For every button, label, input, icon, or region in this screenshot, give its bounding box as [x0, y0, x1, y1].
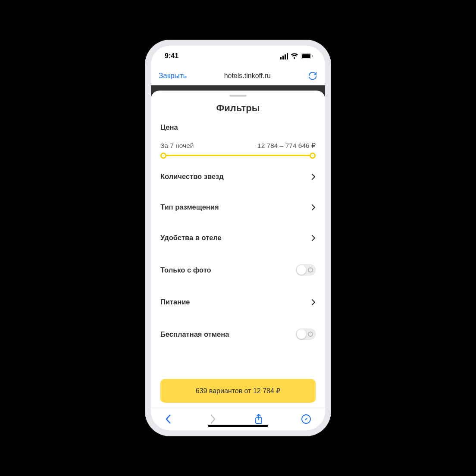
chevron-right-icon: [311, 299, 316, 306]
status-time: 9:41: [165, 52, 178, 60]
price-slider[interactable]: [160, 155, 316, 156]
only-photo-toggle[interactable]: [296, 264, 316, 276]
svg-rect-2: [312, 55, 313, 57]
cta-wrap: 639 вариантов от 12 784 ₽: [151, 377, 325, 407]
share-button[interactable]: [254, 414, 263, 424]
filter-label: Количество звезд: [160, 172, 224, 181]
filter-only-photo: Только с фото: [160, 253, 316, 287]
filter-stars[interactable]: Количество звезд: [160, 161, 316, 192]
filter-label: Бесплатная отмена: [160, 330, 229, 338]
reload-button[interactable]: [308, 71, 317, 81]
show-results-button[interactable]: 639 вариантов от 12 784 ₽: [160, 379, 316, 403]
filter-label: Тип размещения: [160, 203, 219, 211]
toggle-off-indicator-icon: [308, 332, 313, 337]
cellular-signal-icon: [280, 53, 288, 60]
chevron-right-icon: [311, 235, 316, 241]
safari-compass-icon[interactable]: [301, 414, 311, 424]
wifi-icon: [291, 53, 298, 59]
phone-screen: 9:41 Закрыть hotels.tinkoff.ru: [151, 46, 325, 430]
filters-content: Цена За 7 ночей 12 784 – 774 646 ₽ Колич…: [151, 123, 325, 377]
back-button[interactable]: [165, 414, 172, 424]
sheet-grabber[interactable]: [229, 95, 247, 97]
svg-rect-1: [302, 54, 310, 58]
nights-label: За 7 ночей: [160, 142, 194, 150]
url-label[interactable]: hotels.tinkoff.ru: [192, 72, 303, 80]
home-indicator[interactable]: [208, 425, 268, 427]
status-icons: [280, 53, 313, 60]
price-row: За 7 ночей 12 784 – 774 646 ₽: [160, 142, 316, 150]
filters-sheet: Фильтры Цена За 7 ночей 12 784 – 774 646…: [151, 91, 325, 407]
status-bar: 9:41: [151, 46, 325, 66]
forward-button[interactable]: [210, 414, 216, 424]
battery-icon: [301, 53, 313, 59]
close-button[interactable]: Закрыть: [159, 72, 187, 80]
sheet-title: Фильтры: [151, 103, 325, 114]
filter-meals[interactable]: Питание: [160, 287, 316, 317]
browser-bar: Закрыть hotels.tinkoff.ru: [151, 66, 325, 85]
filter-label: Только с фото: [160, 266, 211, 274]
free-cancel-toggle[interactable]: [296, 329, 316, 340]
toggle-off-indicator-icon: [308, 267, 313, 272]
filter-amenities[interactable]: Удобства в отеле: [160, 222, 316, 253]
price-range-label: 12 784 – 774 646 ₽: [257, 142, 316, 150]
price-slider-min-handle[interactable]: [160, 153, 166, 159]
toggle-knob: [297, 329, 306, 339]
filter-free-cancel: Бесплатная отмена: [160, 317, 316, 343]
price-slider-max-handle[interactable]: [310, 153, 316, 159]
toggle-knob: [297, 265, 306, 275]
filter-label: Удобства в отеле: [160, 234, 222, 242]
filter-label: Питание: [160, 298, 190, 306]
filter-accommodation[interactable]: Тип размещения: [160, 192, 316, 222]
phone-frame: 9:41 Закрыть hotels.tinkoff.ru: [145, 40, 331, 436]
chevron-right-icon: [311, 173, 316, 180]
chevron-right-icon: [311, 204, 316, 211]
price-section-label: Цена: [160, 123, 316, 132]
